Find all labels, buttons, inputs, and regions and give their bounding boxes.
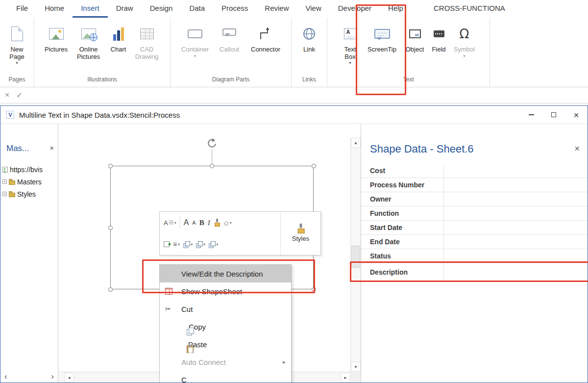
- menu-item-clipped[interactable]: C: [160, 371, 291, 383]
- selection-handle-top-right[interactable]: [312, 164, 316, 168]
- field-label: Cost: [361, 164, 443, 178]
- menu-item-label: Cut: [181, 305, 193, 313]
- screentip-button[interactable]: ScreenTip: [363, 21, 402, 54]
- bold-button[interactable]: B: [199, 219, 204, 227]
- online-pictures-button[interactable]: Online Pictures: [72, 21, 106, 61]
- scroll-left-icon[interactable]: ◄: [64, 373, 74, 383]
- masters-scroll-right-icon[interactable]: ›: [51, 372, 54, 382]
- menu-item-show-shapesheet[interactable]: Show ShapeSheet: [160, 282, 291, 300]
- align-button[interactable]: ▾: [183, 241, 193, 248]
- expand-plus-icon[interactable]: +: [2, 192, 7, 196]
- tab-draw[interactable]: Draw: [108, 0, 142, 18]
- menu-item-auto-connect[interactable]: Auto Connect ▸: [160, 353, 291, 371]
- selection-handle-mid-left[interactable]: [108, 226, 113, 230]
- scroll-up-icon[interactable]: ▲: [351, 138, 361, 148]
- chart-button[interactable]: Chart: [107, 21, 130, 54]
- scissors-icon: ✂: [165, 305, 171, 313]
- field-value[interactable]: [443, 178, 588, 192]
- group-label-links: Links: [292, 76, 327, 87]
- field-value[interactable]: [443, 235, 588, 249]
- tab-developer[interactable]: Developer: [330, 0, 380, 18]
- masters-item-stencil-url[interactable]: https://bvis: [2, 163, 58, 176]
- drawing-canvas[interactable]: A ▾ A A B I ◇ ▾: [58, 124, 361, 383]
- cancel-icon[interactable]: ×: [5, 91, 9, 100]
- field-value[interactable]: [443, 249, 588, 263]
- vertical-scrollbar[interactable]: ▲ ▼: [350, 138, 361, 372]
- chevron-down-icon: ▾: [174, 221, 176, 225]
- field-value[interactable]: [443, 263, 588, 281]
- send-backward-button[interactable]: ▾: [209, 241, 218, 248]
- menu-item-copy[interactable]: Copy: [160, 318, 291, 335]
- new-page-button[interactable]: New Page ▾: [3, 21, 31, 67]
- tab-review[interactable]: Review: [256, 0, 297, 18]
- callout-button[interactable]: Callout: [214, 21, 245, 54]
- tab-view[interactable]: View: [297, 0, 329, 18]
- tab-cross-functional[interactable]: CROSS-FUNCTIONA: [425, 0, 514, 18]
- cad-drawing-button[interactable]: CAD Drawing: [131, 21, 163, 61]
- styles-button[interactable]: Styles: [280, 212, 320, 255]
- selection-handle-top-mid[interactable]: [210, 164, 214, 168]
- menu-item-paste[interactable]: Paste: [160, 335, 291, 353]
- text-box-button[interactable]: A Text Box ▾: [339, 21, 362, 67]
- vertical-scroll-thumb[interactable]: [351, 246, 360, 268]
- selection-handle-bottom-left[interactable]: [108, 287, 113, 292]
- text-block-button[interactable]: A ▾: [164, 219, 176, 227]
- masters-close-icon[interactable]: ×: [49, 144, 54, 152]
- field-value[interactable]: [443, 221, 588, 234]
- accept-icon[interactable]: ✓: [16, 91, 23, 100]
- symbol-button[interactable]: Ω Symbol ▾: [451, 21, 478, 59]
- chevron-down-icon: ▾: [230, 221, 232, 225]
- link-button[interactable]: Link: [295, 21, 323, 54]
- field-button[interactable]: Field: [428, 21, 450, 54]
- shape-data-panel: Shape Data - Sheet.6 × Cost Process Numb…: [361, 124, 588, 383]
- container-icon: [188, 29, 202, 38]
- field-value[interactable]: [443, 164, 588, 178]
- field-value[interactable]: [443, 192, 588, 206]
- bullets-button[interactable]: ≡ ▾: [173, 240, 180, 248]
- grow-font-button[interactable]: A: [184, 218, 189, 227]
- maximize-button[interactable]: [542, 106, 565, 124]
- send-backward-icon: [209, 241, 215, 248]
- connector-button[interactable]: Connector: [246, 21, 285, 54]
- close-button[interactable]: ×: [565, 106, 588, 124]
- field-value[interactable]: [443, 206, 588, 220]
- add-shape-button[interactable]: [164, 241, 170, 247]
- tab-design[interactable]: Design: [142, 0, 181, 18]
- format-painter-button[interactable]: [214, 219, 220, 227]
- tab-process[interactable]: Process: [213, 0, 256, 18]
- tab-home[interactable]: Home: [36, 0, 73, 18]
- shrink-font-button[interactable]: A: [192, 220, 196, 226]
- pictures-button[interactable]: Pictures: [42, 21, 71, 54]
- field-label: Process Number: [361, 178, 443, 192]
- tab-file[interactable]: File: [8, 0, 36, 18]
- diamond-shape-icon: ◇: [224, 219, 229, 227]
- italic-button[interactable]: I: [208, 219, 210, 227]
- letter-a-glyph: A: [346, 29, 350, 35]
- selection-handle-bottom-right[interactable]: [312, 287, 316, 292]
- container-button[interactable]: Container ▾: [177, 21, 213, 59]
- menu-item-cut[interactable]: ✂ Cut: [160, 300, 291, 318]
- symbol-label: Symbol: [454, 46, 475, 53]
- tab-data[interactable]: Data: [181, 0, 213, 18]
- scroll-right-icon[interactable]: ►: [341, 373, 350, 383]
- object-button[interactable]: Object: [403, 21, 427, 54]
- group-label-diagram-parts: Diagram Parts: [171, 76, 291, 87]
- ribbon-group-illustrations: Pictures Online Pictures Chart CAD Drawi…: [34, 18, 171, 87]
- shape-data-close-icon[interactable]: ×: [574, 144, 580, 154]
- bring-forward-button[interactable]: ▾: [196, 241, 205, 248]
- masters-item-styles[interactable]: + Styles: [2, 188, 58, 200]
- masters-scroll-left-icon[interactable]: ‹: [4, 372, 7, 382]
- visio-app-icon: V: [6, 111, 14, 119]
- shape-style-button[interactable]: ◇ ▾: [224, 219, 232, 227]
- tab-help[interactable]: Help: [380, 0, 412, 18]
- masters-item-masters[interactable]: + Masters: [2, 176, 58, 188]
- expand-plus-icon[interactable]: +: [2, 179, 7, 184]
- minimize-button[interactable]: [520, 106, 542, 124]
- selection-handle-top-left[interactable]: [108, 164, 113, 168]
- tab-insert[interactable]: Insert: [73, 0, 108, 18]
- cad-drawing-label: CAD Drawing: [133, 46, 161, 60]
- rotation-handle[interactable]: [206, 138, 217, 151]
- format-painter-icon: [214, 219, 220, 227]
- menu-item-view-edit-description[interactable]: View/Edit the Description: [160, 265, 291, 282]
- scroll-down-icon[interactable]: ▼: [351, 362, 361, 372]
